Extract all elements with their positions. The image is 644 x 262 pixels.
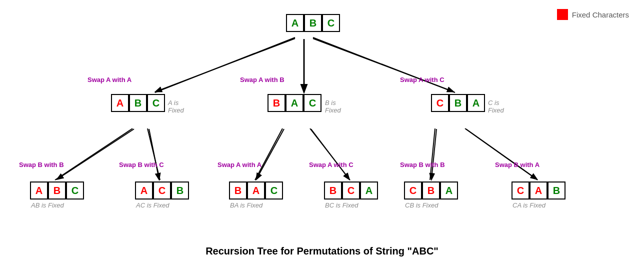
l2-2-fixed-label: BA is Fixed [230, 202, 262, 209]
l2-4-cell-1: B [422, 182, 440, 200]
l2-4-swap-label: Swap B with B [400, 161, 445, 168]
l2-1-fixed-label: AC is Fixed [136, 202, 169, 209]
l2-4-cell-2: A [440, 182, 458, 200]
svg-line-2 [313, 38, 455, 92]
l1-1-cell-2: C [304, 94, 322, 112]
legend-icon [557, 9, 568, 20]
svg-line-3 [55, 128, 132, 180]
l1-1-fixed-label: B isFixed [325, 99, 341, 114]
l1-1-cell-1: A [286, 94, 304, 112]
l2-node-2: B A C [229, 182, 283, 200]
svg-line-6 [310, 128, 350, 180]
l2-node-5: C A B [512, 182, 566, 200]
l2-5-cell-1: A [530, 182, 548, 200]
l2-5-swap-label: Swap B with A [495, 161, 540, 168]
l2-node-1: A C B [135, 182, 189, 200]
l2-0-swap-label: Swap B with B [19, 161, 64, 168]
svg-line-5 [255, 128, 282, 180]
l2-1-cell-0: A [135, 182, 153, 200]
main-container: Fixed Characters [0, 0, 644, 262]
svg-line-12 [58, 129, 134, 179]
page-title: Recursion Tree for Permutations of Strin… [206, 246, 438, 257]
svg-line-17 [466, 129, 536, 179]
l2-node-4: C B A [404, 182, 458, 200]
l2-0-fixed-label: AB is Fixed [31, 202, 64, 209]
l2-0-cell-2: C [66, 182, 84, 200]
svg-line-14 [256, 129, 284, 179]
svg-line-16 [432, 129, 436, 179]
l1-1-swap-label: Swap A with B [240, 76, 284, 84]
l1-2-cell-1: B [449, 94, 467, 112]
l1-2-fixed-label: C isFixed [488, 99, 504, 114]
l2-2-swap-label: Swap A with A [218, 161, 262, 168]
l1-node-2: C B A [431, 94, 485, 112]
tree-lines [0, 0, 644, 262]
l2-2-cell-2: C [265, 182, 283, 200]
l1-2-cell-0: C [431, 94, 449, 112]
l2-2-cell-0: B [229, 182, 247, 200]
root-node: A B C [286, 14, 340, 32]
l1-0-fixed-label: A isFixed [168, 99, 184, 114]
svg-line-0 [155, 38, 295, 92]
l1-1-cell-0: B [268, 94, 286, 112]
root-cell-0: A [286, 14, 304, 32]
svg-line-13 [149, 129, 159, 179]
root-cell-2: C [322, 14, 340, 32]
l2-3-cell-0: B [324, 182, 342, 200]
l2-0-cell-1: B [48, 182, 66, 200]
l2-5-fixed-label: CA is Fixed [512, 202, 546, 209]
l2-3-fixed-label: BC is Fixed [325, 202, 358, 209]
l2-3-cell-2: A [360, 182, 378, 200]
l1-node-0: A B C [111, 94, 165, 112]
legend-text: Fixed Characters [572, 10, 629, 19]
svg-line-15 [311, 129, 349, 179]
l2-node-0: A B C [30, 182, 84, 200]
l2-1-cell-1: C [153, 182, 171, 200]
svg-line-11 [313, 38, 453, 92]
l2-5-cell-0: C [512, 182, 530, 200]
l2-4-fixed-label: CB is Fixed [405, 202, 438, 209]
legend: Fixed Characters [557, 9, 629, 20]
l1-2-cell-2: A [467, 94, 485, 112]
l1-0-cell-0: A [111, 94, 129, 112]
l2-0-cell-0: A [30, 182, 48, 200]
l2-4-cell-0: C [404, 182, 422, 200]
svg-line-8 [465, 128, 538, 180]
l1-0-swap-label: Swap A with A [88, 76, 132, 84]
l1-node-1: B A C [268, 94, 322, 112]
l2-3-cell-1: C [342, 182, 360, 200]
l1-0-cell-1: B [129, 94, 147, 112]
svg-line-4 [148, 128, 160, 180]
root-cell-1: B [304, 14, 322, 32]
l2-5-cell-2: B [548, 182, 566, 200]
l1-0-cell-2: C [147, 94, 165, 112]
svg-line-7 [430, 128, 435, 180]
l2-2-cell-1: A [247, 182, 265, 200]
svg-line-9 [156, 38, 295, 92]
l2-node-3: B C A [324, 182, 378, 200]
l1-2-swap-label: Swap A with C [400, 76, 444, 84]
l2-3-swap-label: Swap A with C [309, 161, 354, 168]
l2-1-cell-2: B [171, 182, 189, 200]
l2-1-swap-label: Swap B with C [119, 161, 164, 168]
